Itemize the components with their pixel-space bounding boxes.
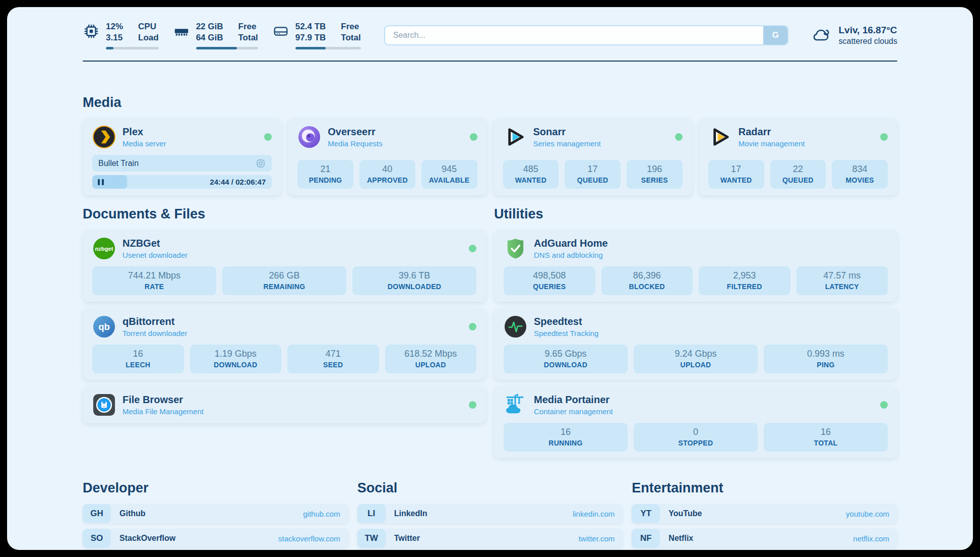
online-status-dot xyxy=(880,401,888,409)
service-card-text: SpeedtestSpeedtest Tracking xyxy=(534,316,598,338)
service-card-header: File BrowserMedia File Management xyxy=(92,393,476,417)
section-title: Media xyxy=(83,95,897,110)
bookmark-github[interactable]: GHGithubgithub.com xyxy=(83,504,348,523)
stat-tile-label: DOWNLOAD xyxy=(193,361,279,369)
service-name: Radarr xyxy=(739,126,805,138)
stat-tile-label: STOPPED xyxy=(637,439,755,447)
stat-tile-value: 39.6 TB xyxy=(355,270,473,281)
service-card-file-browser[interactable]: File BrowserMedia File Management xyxy=(83,386,486,423)
google-search-button[interactable]: G xyxy=(763,26,787,44)
service-card-text: PlexMedia server xyxy=(122,126,166,148)
stat-tile-label: SERIES xyxy=(630,176,680,184)
stat-tile-label: SEED xyxy=(290,361,376,369)
filebrowser-icon xyxy=(92,393,116,417)
stat-tile: 945AVAILABLE xyxy=(421,160,477,189)
qbittorrent-icon: qb xyxy=(92,315,116,339)
bookmark-abbr-badge: SO xyxy=(83,529,111,548)
service-card-header: nzbgetNZBGetUsenet downloader xyxy=(92,237,476,260)
stat-tile: 39.6 TBDOWNLOADED xyxy=(352,266,476,295)
stat-tile-value: 834 xyxy=(835,164,885,175)
section-utilities: UtilitiesAdGuard HomeDNS and adblocking4… xyxy=(494,206,897,458)
bookmark-stackoverflow[interactable]: SOStackOverflowstackoverflow.com xyxy=(83,529,348,548)
stat-values: 22 GiB64 GiB xyxy=(196,21,223,43)
stat-tile-value: 22 xyxy=(773,164,823,175)
stat-tile: 744.21 MbpsRATE xyxy=(92,266,216,295)
playback-time: 24:44 / 02:06:47 xyxy=(210,178,272,186)
search-input[interactable] xyxy=(384,25,789,45)
section-developer: DeveloperGHGithubgithub.comSOStackOverfl… xyxy=(83,480,348,550)
bookmark-linkedin[interactable]: LILinkedInlinkedin.com xyxy=(357,504,623,523)
service-card-nzbget[interactable]: nzbgetNZBGetUsenet downloader744.21 Mbps… xyxy=(83,230,486,302)
stat-tile-value: 471 xyxy=(290,349,376,359)
header-divider xyxy=(83,61,897,62)
stat-tile-value: 1.19 Gbps xyxy=(193,349,279,359)
cloud-icon xyxy=(810,24,832,46)
service-name: Speedtest xyxy=(534,316,598,327)
service-card-sonarr[interactable]: SonarrSeries management485WANTED17QUEUED… xyxy=(494,119,692,195)
stat-tile-label: LEECH xyxy=(95,361,181,369)
service-card-media-portainer[interactable]: Media PortainerContainer management16RUN… xyxy=(494,386,897,458)
stat-label: Free xyxy=(238,21,258,32)
system-stats: 12%3.15CPULoad22 GiB64 GiBFreeTotal52.4 … xyxy=(83,21,361,49)
bookmark-list: LILinkedInlinkedin.comTWTwittertwitter.c… xyxy=(357,504,623,548)
service-card-qbittorrent[interactable]: qbqBittorrentTorrent downloader16LEECH1.… xyxy=(83,308,486,380)
stat-tile: 17WANTED xyxy=(708,160,764,189)
stat-tile-label: TOTAL xyxy=(767,439,885,447)
stat-values: 12%3.15 xyxy=(106,21,123,43)
view-icon[interactable] xyxy=(256,158,266,169)
stat-progressbar xyxy=(295,47,361,49)
stat-tile-label: MOVIES xyxy=(835,176,885,184)
service-card-text: RadarrMovie management xyxy=(739,126,805,148)
stat-tile: 618.52 MbpsUPLOAD xyxy=(385,345,477,373)
stat-value: 12% xyxy=(106,21,123,32)
service-card-plex[interactable]: PlexMedia serverBullet Train24:44 / 02:0… xyxy=(83,119,281,195)
stat-values: 52.4 TB97.9 TB xyxy=(295,21,326,43)
stat-label: Free xyxy=(341,21,360,32)
stat-tile-label: UPLOAD xyxy=(637,361,755,369)
bookmark-list: YTYouTubeyoutube.comNFNetflixnetflix.com… xyxy=(632,504,897,550)
service-card-text: SonarrSeries management xyxy=(533,126,601,148)
stat-progressbar xyxy=(106,47,159,49)
service-card-speedtest[interactable]: SpeedtestSpeedtest Tracking9.65 GbpsDOWN… xyxy=(494,308,897,380)
stat-tile: 86,396BLOCKED xyxy=(601,266,693,295)
stat-tile-label: QUERIES xyxy=(507,283,592,291)
stat-tile: 16RUNNING xyxy=(504,423,628,452)
service-name: File Browser xyxy=(122,394,204,406)
stat-tile: 16LEECH xyxy=(92,345,184,373)
system-stat: 52.4 TB97.9 TBFreeTotal xyxy=(272,21,361,49)
service-stats: 21PENDING40APPROVED945AVAILABLE xyxy=(297,154,477,189)
system-stat-values: 12%3.15CPULoad xyxy=(106,21,159,43)
service-name: Media Portainer xyxy=(534,394,613,406)
stat-tile: 196SERIES xyxy=(627,160,683,189)
system-stat: 22 GiB64 GiBFreeTotal xyxy=(173,21,258,49)
section-title: Utilities xyxy=(494,206,897,222)
stat-tile-value: 16 xyxy=(507,427,625,437)
service-name: Overseerr xyxy=(328,126,382,138)
stat-value: 64 GiB xyxy=(196,32,223,43)
sonarr-icon xyxy=(503,125,527,149)
bookmark-twitter[interactable]: TWTwittertwitter.com xyxy=(357,529,623,548)
stat-tile-value: 945 xyxy=(424,164,474,175)
stat-label: Total xyxy=(341,32,360,43)
stat-tile: 47.57 msLATENCY xyxy=(797,266,888,295)
service-card-radarr[interactable]: RadarrMovie management17WANTED22QUEUED83… xyxy=(699,119,897,195)
stat-tile-label: LATENCY xyxy=(800,283,885,291)
bookmark-youtube[interactable]: YTYouTubeyoutube.com xyxy=(632,504,897,523)
weather-condition: scattered clouds xyxy=(838,37,897,46)
dashboard-content: MediaPlexMedia serverBullet Train24:44 /… xyxy=(7,95,973,550)
service-card-overseerr[interactable]: OverseerrMedia Requests21PENDING40APPROV… xyxy=(288,119,486,195)
svg-text:nzbget: nzbget xyxy=(95,246,113,252)
stat-tile-label: UPLOAD xyxy=(388,361,474,369)
bookmark-url: github.com xyxy=(303,510,340,518)
stat-tile-label: QUEUED xyxy=(568,176,618,184)
service-card-adguard-home[interactable]: AdGuard HomeDNS and adblocking498,508QUE… xyxy=(494,230,897,302)
system-stat-body: 12%3.15CPULoad xyxy=(106,21,159,49)
system-stat-body: 22 GiB64 GiBFreeTotal xyxy=(196,21,258,49)
stat-tile: 40APPROVED xyxy=(359,160,415,189)
stat-tile-value: 618.52 Mbps xyxy=(388,349,474,359)
bookmark-netflix[interactable]: NFNetflixnetflix.com xyxy=(632,529,897,548)
stat-tile-label: PING xyxy=(767,361,885,369)
stat-value: 52.4 TB xyxy=(295,21,326,32)
columns-sections: Documents & FilesnzbgetNZBGetUsenet down… xyxy=(83,206,897,458)
service-stats: 9.65 GbpsDOWNLOAD9.24 GbpsUPLOAD0.993 ms… xyxy=(504,339,888,373)
